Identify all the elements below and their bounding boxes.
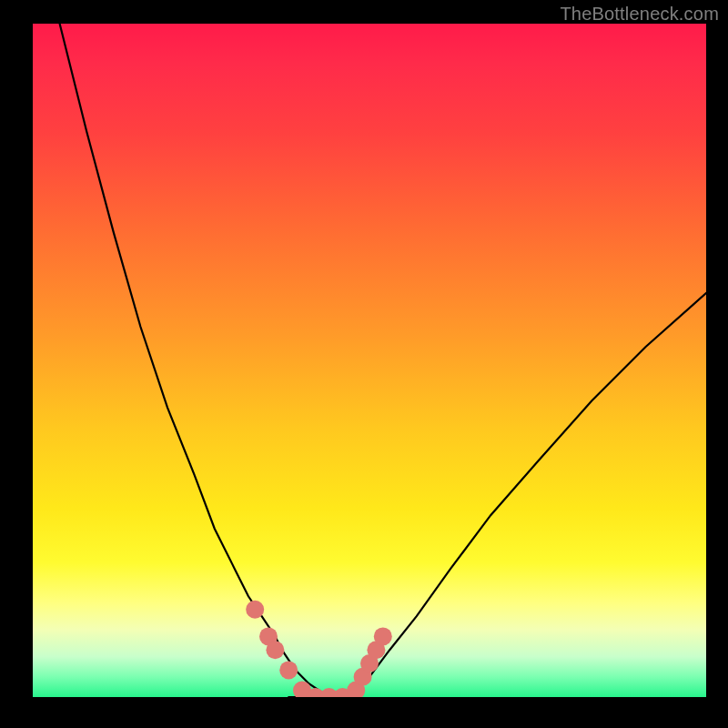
- plot-area: [33, 24, 706, 697]
- highlight-dots: [246, 601, 392, 697]
- highlight-dot: [279, 661, 298, 679]
- watermark-text: TheBottleneck.com: [560, 4, 719, 25]
- marker-layer: [33, 24, 706, 697]
- highlight-dot: [266, 641, 284, 659]
- highlight-dot: [374, 627, 392, 645]
- chart-canvas: TheBottleneck.com: [0, 0, 728, 728]
- highlight-dot: [246, 601, 264, 619]
